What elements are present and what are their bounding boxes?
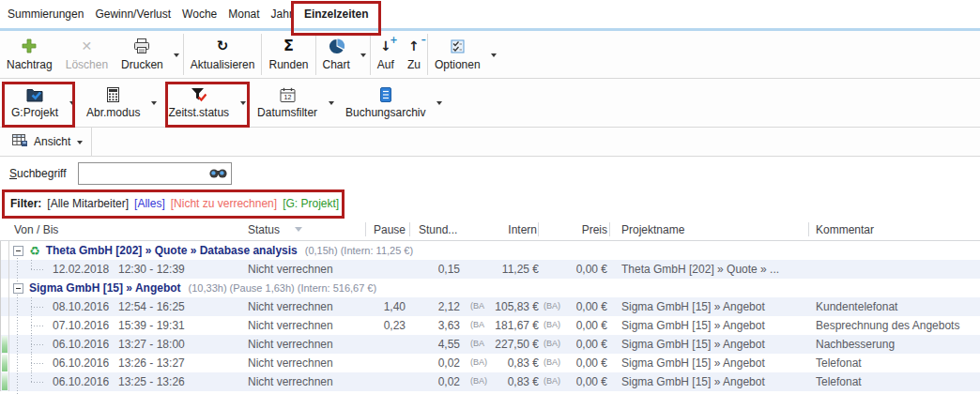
optionen-button[interactable]: Optionen xyxy=(428,31,487,78)
cell-stund-ba: (BA xyxy=(462,320,492,329)
runden-button[interactable]: Σ Runden xyxy=(262,31,314,78)
tree-line xyxy=(31,363,43,364)
cell-status: Nicht verrechnen xyxy=(248,356,366,370)
optionen-dropdown[interactable] xyxy=(487,31,500,78)
cell-time: 12:30 - 12:39 xyxy=(118,263,248,276)
buchungsarchiv-label: Buchungsarchiv xyxy=(345,106,425,119)
binoculars-icon[interactable] xyxy=(209,168,227,182)
expand-minus-icon[interactable] xyxy=(13,246,23,256)
row-marker xyxy=(2,355,8,371)
gprojekt-button[interactable]: G:Projekt xyxy=(4,79,66,127)
time-entries-table: Von / Bis Status Pause Stund... Intern P… xyxy=(0,219,980,394)
caret-down-icon xyxy=(360,53,366,60)
folder-check-icon xyxy=(26,85,43,103)
auf-button[interactable]: ↓+ Auf xyxy=(371,31,401,78)
group-title: Theta GmbH [202] » Quote » Database anal… xyxy=(46,244,298,257)
zu-label: Zu xyxy=(407,58,421,71)
filter-summary-line: Filter: [Alle Mitarbeiter] [Alles] [Nich… xyxy=(0,189,980,218)
loeschen-button[interactable]: ✕ Löschen xyxy=(59,31,115,78)
drucken-button[interactable]: Drucken xyxy=(115,31,170,78)
abrmodus-button[interactable]: Abr.modus xyxy=(79,79,147,127)
buchungsarchiv-button[interactable]: Buchungsarchiv xyxy=(338,79,433,127)
header-von-bis[interactable]: Von / Bis xyxy=(9,219,248,240)
header-status[interactable]: Status xyxy=(248,219,366,240)
abrmodus-dropdown[interactable] xyxy=(147,79,161,127)
arrow-down-plus-icon: ↓+ xyxy=(380,39,391,53)
caret-down-icon xyxy=(174,53,179,60)
filter-label: Filter: xyxy=(10,197,41,210)
cell-status: Nicht verrechnen xyxy=(248,319,366,332)
main-toolbar: Nachtrag ✕ Löschen Drucken ↻ Aktualisier… xyxy=(0,31,980,79)
row-gutter xyxy=(0,241,9,260)
header-intern[interactable]: Intern xyxy=(492,219,539,240)
row-gutter xyxy=(0,260,9,279)
pie-chart-icon xyxy=(329,38,345,55)
cell-intern: 181,67 € xyxy=(492,319,539,332)
ansicht-button[interactable]: Ansicht xyxy=(0,128,91,156)
header-kommentar[interactable]: Kommentar xyxy=(809,219,980,240)
table-row[interactable]: 07.10.2016 15:39 - 19:31 Nicht verrechne… xyxy=(0,316,980,335)
datumsfilter-button[interactable]: 12 Datumsfilter xyxy=(250,79,325,127)
row-marker xyxy=(2,336,8,353)
filter-mitarbeiter[interactable]: [Alle Mitarbeiter] xyxy=(47,197,129,210)
table-row[interactable]: 06.10.2016 13:27 - 18:00 Nicht verrechne… xyxy=(0,335,980,354)
tab-summierungen[interactable]: Summierungen xyxy=(8,8,84,21)
tree-line xyxy=(31,344,43,345)
header-preis[interactable]: Preis xyxy=(565,219,610,240)
chart-button[interactable]: Chart xyxy=(316,31,357,78)
tab-jahr[interactable]: Jahr xyxy=(271,8,293,21)
row-gutter xyxy=(0,316,9,335)
cell-preis: 0,00 € xyxy=(565,356,610,370)
expand-minus-icon[interactable] xyxy=(13,283,23,294)
cell-date: 06.10.2016 xyxy=(53,338,118,351)
table-row[interactable]: 06.10.2016 13:26 - 13:27 Nicht verrechne… xyxy=(0,354,980,372)
nachtrag-button[interactable]: Nachtrag xyxy=(0,31,59,78)
drucken-label: Drucken xyxy=(121,58,163,71)
table-row[interactable]: 06.10.2016 13:25 - 13:26 Nicht verrechne… xyxy=(0,372,980,391)
row-gutter xyxy=(0,354,9,372)
aktualisieren-button[interactable]: ↻ Aktualisieren xyxy=(184,31,262,78)
auf-label: Auf xyxy=(377,58,394,71)
cell-time: 13:25 - 13:26 xyxy=(118,375,248,388)
header-projektname[interactable]: Projektname xyxy=(610,219,809,240)
table-row[interactable]: 12.02.2018 12:30 - 12:39 Nicht verrechne… xyxy=(0,260,980,279)
gprojekt-dropdown[interactable] xyxy=(66,79,79,127)
cell-projekt: Sigma GmbH [15] » Angebot xyxy=(610,319,809,332)
tab-gewinn-verlust[interactable]: Gewinn/Verlust xyxy=(95,8,171,21)
cell-stund: 2,12 xyxy=(410,300,462,313)
chart-dropdown[interactable] xyxy=(357,31,370,78)
buchungsarchiv-dropdown[interactable] xyxy=(433,79,446,127)
cell-preis: 0,00 € xyxy=(565,338,610,351)
archive-icon xyxy=(380,85,391,103)
group-row[interactable]: Sigma GmbH [15] » Angebot (10,33h) (Paus… xyxy=(0,279,980,297)
cell-intern-ba: (BA) xyxy=(539,320,565,329)
tab-einzelzeiten[interactable]: Einzelzeiten xyxy=(304,8,369,21)
table-body: ♻ Theta GmbH [202] » Quote » Database an… xyxy=(0,241,980,394)
svg-text:12: 12 xyxy=(283,94,291,100)
tree-line xyxy=(31,269,43,270)
cell-preis: 0,00 € xyxy=(565,375,610,388)
header-stunden[interactable]: Stund... xyxy=(410,219,492,240)
cell-status: Nicht verrechnen xyxy=(248,300,366,313)
filter-status[interactable]: [Nicht zu verrechnen] xyxy=(171,197,277,210)
filter-gruppe[interactable]: [G: Projekt] xyxy=(283,197,339,210)
zeitststatus-button[interactable]: Zeitst.status xyxy=(161,79,237,127)
table-row[interactable]: 08.10.2016 12:54 - 16:25 Nicht verrechne… xyxy=(0,297,980,316)
datumsfilter-dropdown[interactable] xyxy=(325,79,338,127)
header-pause[interactable]: Pause xyxy=(366,219,410,240)
group-row[interactable]: ♻ Theta GmbH [202] » Quote » Database an… xyxy=(0,241,980,260)
filter-alles[interactable]: [Alles] xyxy=(134,197,165,210)
aktualisieren-label: Aktualisieren xyxy=(191,58,255,71)
filter-toolbar: G:Projekt Abr.modus Zeitst.status 12 Dat… xyxy=(0,79,980,128)
tab-monat[interactable]: Monat xyxy=(228,8,259,21)
group-summary: (10,33h) (Pause 1,63h) (Intern: 516,67 €… xyxy=(189,282,377,294)
cell-stund: 0,15 xyxy=(410,263,462,276)
calculator-icon xyxy=(107,85,119,103)
tab-woche[interactable]: Woche xyxy=(182,8,217,21)
loeschen-label: Löschen xyxy=(66,58,108,71)
cell-kommentar: Besprechnung des Angebots xyxy=(809,319,980,332)
zeitststatus-dropdown[interactable] xyxy=(237,79,250,127)
drucken-dropdown[interactable] xyxy=(170,31,183,78)
zu-button[interactable]: ↑– Zu xyxy=(401,31,427,78)
cell-stund: 0,02 xyxy=(410,375,462,388)
